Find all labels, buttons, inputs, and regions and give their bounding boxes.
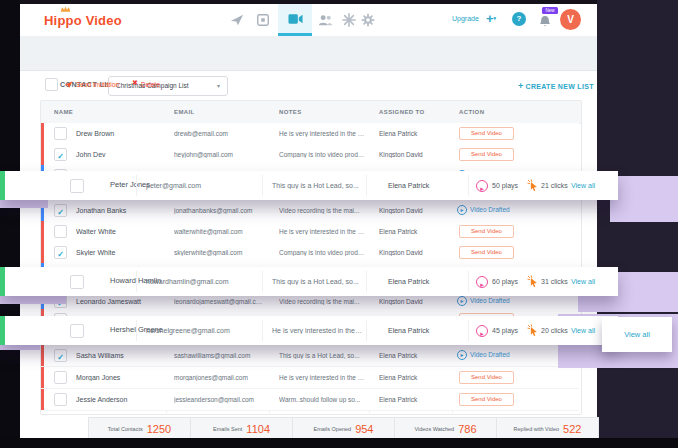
highlighted-contact-card[interactable]: Hershel Greene hershelgreene@gmail.com H… [0,316,618,345]
contact-email: morganjones@gmail.com [174,374,264,381]
column-divider [262,175,263,196]
row-checkbox[interactable] [54,246,67,259]
plays-icon [476,180,488,192]
table-row: Jonathan Banks jonathanbanks@gmail.com V… [41,200,579,222]
contact-name: Morgan Jones [76,374,161,382]
col-assigned: ASSIGNED TO [379,109,425,115]
video-drafted-status[interactable]: Video Drafted [457,205,510,215]
view-all-link[interactable]: View all [624,330,650,339]
contact-name: Jonathan Banks [76,207,161,215]
send-video-button[interactable]: Send Video [459,246,514,259]
send-video-button[interactable]: Send Video [459,127,514,140]
clicks-icon [527,324,539,337]
delete-button[interactable]: Delete [141,81,160,88]
row-checkbox[interactable] [54,127,67,140]
contact-email: heyjohn@gmail.com [174,151,264,158]
contact-name: Leonardo Jameswatt [76,298,161,306]
contact-email: drewb@email.com [174,130,264,137]
view-all-link[interactable]: View all [571,327,595,335]
paper-plane-icon[interactable] [230,13,244,27]
contact-assigned: Kingston David [379,151,449,158]
column-divider [468,271,469,292]
contact-email: sashawilliams@gmail.com [174,352,264,359]
action-cell: Video Drafted Video Drafted [452,200,579,221]
row-checkbox[interactable] [54,371,67,384]
contacts-table: NAME EMAIL NOTES ASSIGNED TO ACTION Drew… [40,100,582,415]
send-video-button[interactable]: Send Video [459,393,514,406]
row-checkbox[interactable] [54,225,67,238]
contact-email: hershelgreene@gmail.com [146,327,230,335]
contact-name: John Dev [76,151,161,159]
app-window: Hippo Video [20,4,597,438]
send-video-button[interactable]: Send Video [459,371,514,384]
contact-assigned: Elena Patrick [379,228,449,235]
contact-assigned: Elena Patrick [379,352,449,359]
backdrop-right [597,0,678,448]
contact-list-bar: CONTACT LIST Christmas Campaign List ▾ +… [20,36,597,71]
send-video-button[interactable]: Send Video [459,225,514,238]
avatar[interactable]: V [560,9,581,30]
highlighted-contact-card[interactable]: Peter Jones peter@gmail.com This guy is … [0,171,618,200]
stat-total-contacts: Total Contacts1250 [89,418,190,439]
contact-name: Peter Jones [110,181,150,189]
row-accent [41,367,44,388]
highlight-band [0,296,66,304]
row-checkbox[interactable] [70,324,84,338]
quick-add-button[interactable]: +▾ [486,11,496,26]
stop-square-icon[interactable] [256,13,270,27]
floating-view-all-card[interactable]: View all [602,317,672,352]
stat-replied-with-video: Replied with Video522 [496,418,598,439]
help-button[interactable]: ? [512,12,526,26]
video-drafted-status[interactable]: Video Drafted [457,296,510,306]
backdrop-bottom [0,438,678,448]
select-all-checkbox[interactable] [45,78,58,91]
plays-icon [476,325,488,337]
view-all-link[interactable]: View all [571,182,595,190]
row-checkbox[interactable] [70,179,84,193]
contact-assigned: Kingston David [379,207,449,214]
campaign-list-dropdown[interactable]: Christmas Campaign List ▾ [108,76,228,96]
settings-gear-icon[interactable] [361,13,375,27]
clicks-icon [527,179,539,192]
notifications-bell-icon[interactable] [539,14,551,32]
action-cell: Send Video Send Video [452,144,579,165]
hippo-video-logo[interactable]: Hippo Video [44,13,122,28]
contact-name: Sasha Williams [76,352,161,360]
column-divider [136,320,137,341]
highlighted-contact-card[interactable]: Howard Hamlin howardhamlin@gmail.com Thi… [0,267,618,296]
send-video-button[interactable]: Send Video [459,148,514,161]
send-invitation-button[interactable]: Send Invitation [76,81,119,88]
row-checkbox[interactable] [70,275,84,289]
video-camera-tab[interactable] [278,4,312,36]
row-checkbox[interactable] [54,349,67,362]
contact-assigned: Elena Patrick [388,278,429,286]
video-drafted-status[interactable]: Video Drafted [457,350,510,360]
table-row: Skyler White skylerwhite@gmail.com Compa… [41,242,579,264]
column-divider [366,320,367,341]
contact-name: Skyler White [76,249,161,257]
chevron-down-icon: ▾ [217,82,220,89]
card-accent [0,171,5,200]
stat-emails-sent: Emails Sent1104 [190,418,292,439]
upgrade-link[interactable]: Upgrade [452,15,479,22]
row-checkbox[interactable] [54,148,67,161]
row-checkbox[interactable] [54,393,67,406]
highlight-band [610,176,678,222]
row-accent [41,242,44,263]
integrations-icon[interactable] [342,13,356,27]
column-divider [262,271,263,292]
highlight-band [0,345,40,350]
contact-assigned: Elena Patrick [379,130,449,137]
column-divider [262,320,263,341]
create-new-list-button[interactable]: +CREATE NEW LIST [518,81,594,91]
row-accent [41,345,44,366]
contact-notes: This guy is a Hot Lead, so... [272,182,362,190]
table-row: John Dev heyjohn@gmail.com Company is in… [41,144,579,166]
plays-count: 45 plays [492,327,518,335]
column-divider [366,175,367,196]
contacts-icon[interactable] [318,13,332,27]
contact-notes: He is very interested in the prod... [279,374,365,381]
view-all-link[interactable]: View all [571,278,595,286]
row-checkbox[interactable] [54,204,67,217]
clicks-count: 20 clicks [541,327,568,335]
